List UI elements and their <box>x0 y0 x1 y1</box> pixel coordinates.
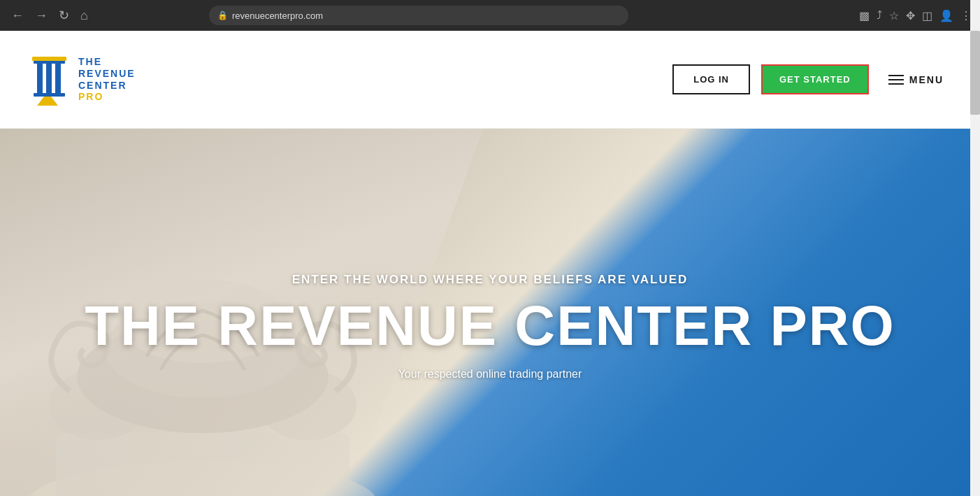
hero-section: ENTER THE WORLD WHERE YOUR BELIEFS ARE V… <box>0 129 980 496</box>
share-icon[interactable]: ⤴ <box>877 9 882 22</box>
svg-rect-3 <box>55 64 61 93</box>
logo[interactable]: THE REVENUE CENTER PRO <box>28 52 136 108</box>
header-nav: LOG IN GET STARTED MENU <box>672 64 952 94</box>
logo-text: THE REVENUE CENTER PRO <box>78 56 136 103</box>
menu-label: MENU <box>909 74 944 85</box>
hero-content: ENTER THE WORLD WHERE YOUR BELIEFS ARE V… <box>0 129 980 496</box>
hero-title: THE REVENUE CENTER PRO <box>85 298 895 354</box>
back-button[interactable]: ← <box>8 9 27 22</box>
login-button[interactable]: LOG IN <box>672 64 750 94</box>
logo-text-center: CENTER <box>78 80 136 92</box>
cast-icon[interactable]: ▩ <box>859 9 870 22</box>
address-bar[interactable]: 🔒 revenuecenterpro.com <box>209 6 628 25</box>
tab-icon[interactable]: ◫ <box>922 9 932 22</box>
scrollbar-thumb[interactable] <box>970 31 980 115</box>
logo-text-revenue: REVENUE <box>78 68 136 80</box>
site-header: THE REVENUE CENTER PRO LOG IN GET STARTE… <box>0 31 980 129</box>
browser-chrome: ← → ↻ ⌂ 🔒 revenuecenterpro.com ▩ ⤴ ☆ ✥ ◫… <box>0 0 980 31</box>
extensions-icon[interactable]: ✥ <box>906 9 915 22</box>
home-button[interactable]: ⌂ <box>78 9 91 22</box>
get-started-button[interactable]: GET STARTED <box>761 64 869 94</box>
logo-icon <box>28 52 70 108</box>
browser-toolbar: ▩ ⤴ ☆ ✥ ◫ 👤 ⋮ <box>859 9 972 22</box>
logo-text-the: THE <box>78 56 136 68</box>
svg-rect-2 <box>46 64 52 93</box>
svg-marker-5 <box>37 97 58 106</box>
svg-rect-4 <box>34 93 65 97</box>
bookmark-icon[interactable]: ☆ <box>889 9 899 22</box>
logo-text-pro: PRO <box>78 91 136 103</box>
hero-subtitle: ENTER THE WORLD WHERE YOUR BELIEFS ARE V… <box>292 273 689 287</box>
svg-rect-6 <box>32 57 66 61</box>
lock-icon: 🔒 <box>217 10 228 20</box>
svg-rect-1 <box>37 64 43 93</box>
url-text: revenuecenterpro.com <box>232 10 620 21</box>
forward-button[interactable]: → <box>32 9 50 22</box>
hero-tagline: Your respected online trading partner <box>398 368 582 381</box>
account-icon[interactable]: 👤 <box>939 9 953 22</box>
hamburger-icon <box>888 75 904 85</box>
scrollbar[interactable] <box>970 0 980 496</box>
reload-button[interactable]: ↻ <box>56 9 72 22</box>
menu-button[interactable]: MENU <box>880 69 952 91</box>
